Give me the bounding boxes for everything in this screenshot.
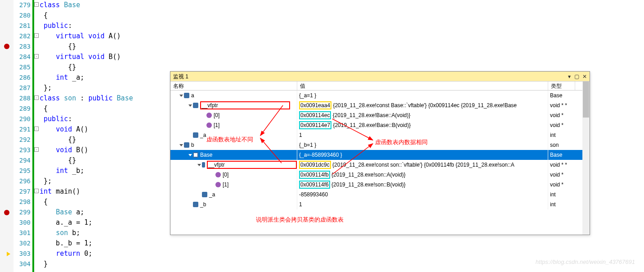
fold-bar[interactable]: - - - - - - - [32, 0, 39, 272]
watch-row[interactable]: b{_b=1 }son [170, 140, 590, 150]
fold-toggle[interactable]: - [34, 127, 39, 131]
watch-title-buttons: ▾ ▢ ✕ [566, 72, 587, 81]
watch-window: 监视 1 ▾ ▢ ✕ 名称 值 类型 a{_a=1 }Base__vfptr0x… [170, 71, 590, 235]
watch-column-header[interactable]: 名称 值 类型 [170, 82, 590, 91]
var-icon [184, 142, 189, 148]
watch-row[interactable]: [0]0x009114ec {2019_11_28.exe!Base::A(vo… [170, 110, 590, 120]
watch-row[interactable]: _b1int [170, 199, 590, 209]
var-icon [202, 192, 207, 197]
watch-row[interactable]: a{_a=1 }Base [170, 91, 590, 100]
class-icon [215, 172, 221, 177]
dropdown-icon[interactable]: ▾ [568, 73, 571, 80]
watermark: https://blog.csdn.net/weixin_43767691 [536, 258, 635, 265]
var-icon [184, 93, 189, 98]
col-header-value[interactable]: 值 [297, 82, 548, 90]
fold-toggle[interactable]: - [34, 189, 39, 193]
col-header-type[interactable]: 类型 [548, 82, 575, 90]
scrollbar-thumb[interactable] [583, 82, 589, 118]
var-icon [193, 132, 198, 138]
watch-row[interactable]: [0]0x009114fb {2019_11_28.exe!son::A(voi… [170, 170, 590, 180]
breakpoint-gutter[interactable] [0, 0, 13, 272]
var-icon [202, 162, 205, 168]
fold-toggle[interactable]: - [34, 147, 39, 152]
col-header-name[interactable]: 名称 [170, 82, 297, 90]
class-icon [206, 113, 212, 118]
watch-row[interactable]: __vfptr0x0091dc9c {2019_11_28.exe!const … [170, 160, 590, 170]
maximize-icon[interactable]: ▢ [574, 73, 579, 80]
watch-title-bar[interactable]: 监视 1 ▾ ▢ ✕ [170, 72, 590, 82]
watch-row[interactable]: Base{_a=-858993460 }Base [170, 150, 590, 160]
var-icon [193, 202, 198, 207]
struct-icon [193, 152, 198, 158]
watch-row[interactable]: _a1int [170, 130, 590, 140]
watch-row[interactable]: __vfptr0x0091eaa4 {2019_11_28.exe!const … [170, 100, 590, 110]
watch-row[interactable]: _a-858993460int [170, 190, 590, 199]
watch-row[interactable]: [1]0x009114e7 {2019_11_28.exe!Base::B(vo… [170, 120, 590, 130]
watch-row[interactable]: [1]0x009114f6 {2019_11_28.exe!son::B(voi… [170, 180, 590, 190]
breakpoint-marker[interactable] [4, 44, 9, 49]
var-icon [193, 103, 198, 108]
scrollbar-vertical[interactable] [582, 82, 590, 235]
watch-title-text: 监视 1 [173, 72, 188, 81]
fold-toggle[interactable]: - [34, 2, 39, 7]
fold-toggle[interactable]: - [34, 95, 39, 100]
class-icon [215, 182, 221, 187]
fold-toggle[interactable]: - [34, 54, 39, 59]
close-icon[interactable]: ✕ [582, 73, 587, 80]
watch-body[interactable]: a{_a=1 }Base__vfptr0x0091eaa4 {2019_11_2… [170, 91, 590, 209]
breakpoint-marker[interactable] [4, 210, 9, 215]
class-icon [206, 122, 212, 128]
current-line-marker [7, 252, 10, 256]
code-area[interactable]: class Base { public: virtual void A() {}… [40, 0, 133, 269]
line-numbers: 2792802812822832842852862872882892902912… [13, 0, 32, 272]
annotation-3: 说明派生类会拷贝基类的虚函数表 [256, 216, 344, 224]
fold-toggle[interactable]: - [34, 33, 39, 38]
